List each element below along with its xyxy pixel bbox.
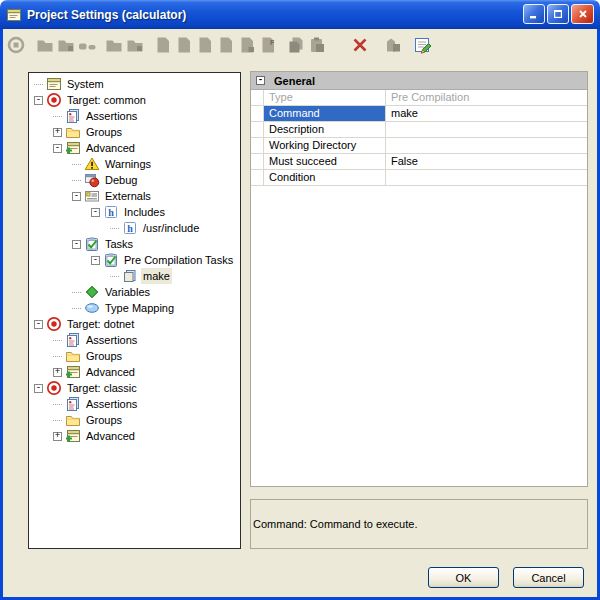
folder-icon — [104, 35, 124, 59]
tree-item-label: Debug — [103, 172, 139, 188]
new-target-button — [5, 35, 26, 59]
folder-add-icon — [56, 35, 76, 59]
tree-item-label: Groups — [84, 124, 124, 140]
tree-item-label: Advanced — [84, 428, 137, 444]
document-f-button: F — [257, 35, 278, 59]
expand-icon[interactable]: + — [53, 432, 62, 441]
tree-item-advanced[interactable]: +Advanced — [29, 428, 240, 444]
property-row-description[interactable]: Description — [251, 122, 587, 138]
delete-button[interactable] — [349, 35, 370, 59]
tree-item-assertions[interactable]: Assertions — [29, 108, 240, 124]
tree-item-debug[interactable]: Debug — [29, 172, 240, 188]
property-name-cell[interactable]: Working Directory — [264, 138, 386, 153]
type-mapping-icon — [84, 300, 100, 316]
row-gutter — [251, 170, 264, 185]
collapse-icon[interactable]: - — [72, 240, 81, 249]
tree-item-system[interactable]: System — [29, 76, 240, 92]
tasks-icon — [103, 252, 119, 268]
tree-item-advanced[interactable]: +Advanced — [29, 364, 240, 380]
property-value-cell[interactable] — [386, 122, 587, 137]
expand-icon[interactable]: + — [53, 368, 62, 377]
tree-line — [110, 228, 119, 229]
collapse-icon[interactable]: - — [34, 96, 43, 105]
form-add-icon — [65, 364, 81, 380]
close-button[interactable] — [571, 4, 594, 24]
property-row-type[interactable]: TypePre Compilation — [251, 90, 587, 106]
property-row-condition[interactable]: Condition — [251, 170, 587, 186]
tree-item-warnings[interactable]: Warnings — [29, 156, 240, 172]
tree-line — [72, 180, 81, 181]
tree-line — [72, 308, 81, 309]
property-value-cell[interactable]: Pre Compilation — [386, 90, 587, 105]
tree-item-type-mapping[interactable]: Type Mapping — [29, 300, 240, 316]
property-name-cell[interactable]: Type — [264, 90, 386, 105]
svg-text:h: h — [108, 207, 114, 218]
tree-item-label: Assertions — [84, 396, 139, 412]
property-value-cell[interactable] — [386, 170, 587, 185]
tree-item-pre-compilation-tasks[interactable]: -Pre Compilation Tasks — [29, 252, 240, 268]
tree-item-target-dotnet[interactable]: -Target: dotnet — [29, 316, 240, 332]
titlebar[interactable]: Project Settings (calculator) — [0, 0, 600, 29]
collapse-icon[interactable]: - — [34, 384, 43, 393]
tree-item-advanced[interactable]: -Advanced — [29, 140, 240, 156]
tree-item-variables[interactable]: Variables — [29, 284, 240, 300]
property-name-cell[interactable]: Must succeed — [264, 154, 386, 169]
tree-item-groups[interactable]: +Groups — [29, 124, 240, 140]
tree-item-label: Variables — [103, 284, 152, 300]
collapse-icon[interactable]: - — [53, 144, 62, 153]
tree-item-assertions[interactable]: Assertions — [29, 332, 240, 348]
property-name-cell[interactable]: Command — [264, 106, 386, 121]
property-category-header[interactable]: - General — [251, 72, 587, 90]
tree-item-tasks[interactable]: -Tasks — [29, 236, 240, 252]
tree-item-assertions[interactable]: Assertions — [29, 396, 240, 412]
tree-item-target-classic[interactable]: -Target: classic — [29, 380, 240, 396]
tree-item-groups[interactable]: Groups — [29, 348, 240, 364]
property-name-cell[interactable]: Description — [264, 122, 386, 137]
property-row-must-succeed[interactable]: Must succeedFalse — [251, 154, 587, 170]
document-icon — [174, 35, 194, 59]
collapse-icon[interactable]: - — [34, 320, 43, 329]
variable-icon — [84, 284, 100, 300]
tree-item-target-common[interactable]: -Target: common — [29, 92, 240, 108]
tree-item-externals[interactable]: -Externals — [29, 188, 240, 204]
collapse-category-icon[interactable]: - — [256, 76, 265, 85]
row-gutter — [251, 106, 264, 121]
collapse-icon[interactable]: - — [72, 192, 81, 201]
property-value-cell[interactable] — [386, 138, 587, 153]
tree-item-label: Target: classic — [65, 380, 139, 396]
toolbar: F — [5, 33, 595, 61]
warning-icon — [84, 156, 100, 172]
expand-icon[interactable]: + — [53, 128, 62, 137]
tree-item-usr-include[interactable]: h/usr/include — [29, 220, 240, 236]
rename-button — [76, 35, 97, 59]
property-row-working-directory[interactable]: Working Directory — [251, 138, 587, 154]
property-grid[interactable]: - General TypePre CompilationCommandmake… — [250, 71, 588, 487]
tree-item-label: Type Mapping — [103, 300, 176, 316]
property-value-cell[interactable]: make — [386, 106, 587, 121]
property-name-cell[interactable]: Condition — [264, 170, 386, 185]
close-icon — [578, 5, 588, 23]
tree-item-make[interactable]: make — [29, 268, 240, 284]
property-row-command[interactable]: Commandmake — [251, 106, 587, 122]
tree-item-groups[interactable]: Groups — [29, 412, 240, 428]
tree-item-label: Advanced — [84, 364, 137, 380]
edit-button[interactable] — [412, 35, 433, 59]
tree-item-label: Tasks — [103, 236, 135, 252]
property-value-cell[interactable]: False — [386, 154, 587, 169]
document-icon — [153, 35, 173, 59]
ok-button[interactable]: OK — [428, 567, 499, 588]
form-add-icon — [65, 140, 81, 156]
collapse-icon[interactable]: - — [91, 256, 100, 265]
maximize-button[interactable] — [547, 4, 569, 24]
task-item-icon — [122, 268, 138, 284]
window-form-icon — [6, 7, 22, 23]
folder-button — [103, 35, 124, 59]
settings-tree[interactable]: System-Target: commonAssertions+Groups-A… — [28, 72, 241, 549]
minimize-button[interactable] — [523, 4, 545, 24]
tree-item-includes[interactable]: -hIncludes — [29, 204, 240, 220]
form-add-icon — [65, 428, 81, 444]
tree-item-label: Assertions — [84, 332, 139, 348]
collapse-icon[interactable]: - — [91, 208, 100, 217]
target-icon — [46, 316, 62, 332]
cancel-button[interactable]: Cancel — [513, 567, 584, 588]
